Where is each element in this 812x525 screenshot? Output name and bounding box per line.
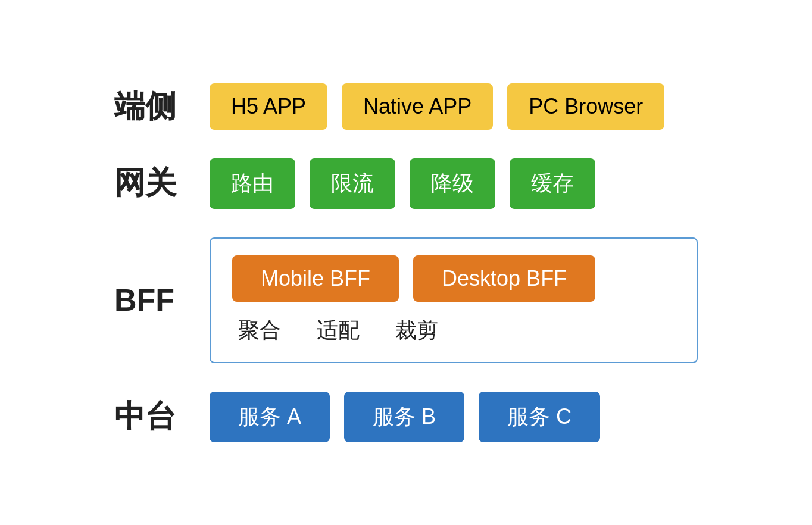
- tag-nativeapp: Native APP: [342, 83, 493, 130]
- tier-wanguan: 网关 路由 限流 降级 缓存: [114, 158, 698, 209]
- tag-fuwuB: 服务 B: [344, 392, 464, 442]
- tier-zhongtai-label: 中台: [114, 396, 192, 438]
- tier-duance-content: H5 APP Native APP PC Browser: [210, 83, 698, 130]
- tag-desktop-bff: Desktop BFF: [413, 255, 595, 302]
- tier-zhongtai-content: 服务 A 服务 B 服务 C: [210, 392, 698, 442]
- tier-wanguan-label: 网关: [114, 162, 192, 204]
- tag-h5app: H5 APP: [210, 83, 327, 130]
- tier-bff: BFF Mobile BFF Desktop BFF 聚合 适配 裁剪: [114, 238, 698, 363]
- tag-luyou: 路由: [210, 158, 295, 209]
- tag-huancun: 缓存: [510, 158, 595, 209]
- bff-top-row: Mobile BFF Desktop BFF: [232, 255, 675, 302]
- tier-duance: 端侧 H5 APP Native APP PC Browser: [114, 83, 698, 130]
- architecture-diagram: 端侧 H5 APP Native APP PC Browser 网关 路由 限流…: [79, 60, 733, 466]
- bff-shipei: 适配: [317, 316, 360, 345]
- tag-pcbrowser: PC Browser: [507, 83, 664, 130]
- bff-caijian: 裁剪: [395, 316, 438, 345]
- bff-bottom-row: 聚合 适配 裁剪: [232, 316, 675, 345]
- tag-fuwuC: 服务 C: [479, 392, 600, 442]
- tier-zhongtai: 中台 服务 A 服务 B 服务 C: [114, 392, 698, 442]
- tag-mobile-bff: Mobile BFF: [232, 255, 399, 302]
- tier-bff-label: BFF: [114, 282, 192, 318]
- tag-fuwuA: 服务 A: [210, 392, 330, 442]
- tag-xianliu: 限流: [310, 158, 395, 209]
- bff-container: Mobile BFF Desktop BFF 聚合 适配 裁剪: [210, 238, 698, 363]
- tag-jiangjie: 降级: [410, 158, 495, 209]
- tier-duance-label: 端侧: [114, 86, 192, 127]
- tier-wanguan-content: 路由 限流 降级 缓存: [210, 158, 698, 209]
- bff-juhe: 聚合: [238, 316, 281, 345]
